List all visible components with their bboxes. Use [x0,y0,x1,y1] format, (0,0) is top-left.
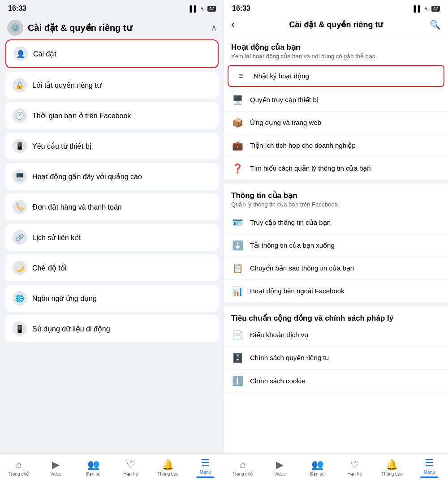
left-status-icons: ▌▌ ∿ 47 [190,5,216,12]
right-item-hoat-dong-ngoai[interactable]: 📊 Hoạt động bên ngoài Facebook [224,280,448,303]
menu-item-lich-su[interactable]: 🔗 Lịch sử liên kết [5,224,219,251]
menu-item-don-dat[interactable]: 🏷️ Đơn đặt hàng và thanh toán [5,193,219,220]
ung-dung-icon: 📦 [231,117,244,128]
left-nav-trang-chu[interactable]: ⌂ Trang chủ [0,459,37,476]
right-label-truy-cap-tt: Truy cập thông tin của bạn [250,219,331,227]
right-nav-thong-bao[interactable]: 🔔 Thông báo [373,459,410,476]
right-item-chinh-sach-ck[interactable]: ℹ️ Chính sách cookie [224,369,448,392]
right-nav-label-video: Video [274,472,285,476]
left-nav-video[interactable]: ▶ Video [37,459,74,476]
left-nav-label-hen-ho: Hẹn hò [123,472,138,476]
right-nav-label-menu: Menu [424,470,435,475]
divider-2 [224,303,448,306]
left-nav-thong-bao[interactable]: 🔔 Thông báo [149,459,186,476]
right-time: 16:33 [232,4,250,13]
gear-icon: ⚙️ [7,20,23,36]
menu-item-thoi-gian[interactable]: 🕐 Thời gian bạn ở trên Facebook [5,102,219,129]
right-signal-icon: ▌▌ [414,5,422,12]
left-nav-menu[interactable]: ☰ Menu [187,457,224,478]
menu-item-che-do[interactable]: 🌙 Chế độ tối [5,254,219,281]
menu-item-hoat-dong[interactable]: 🖥️ Hoạt động gần đây với quảng cáo [5,163,219,190]
menu-label-loi-tat: Lối tắt quyền riêng tư [32,81,101,90]
chuyen-ban-sao-icon: 📋 [231,263,244,274]
right-nav-menu[interactable]: ☰ Menu [411,457,448,478]
right-item-truy-cap-tt[interactable]: 🪪 Truy cập thông tin của bạn [224,211,448,234]
chinh-sach-qr-icon: 🗄️ [231,352,244,363]
menu-icon-loi-tat: 🔒 [13,78,27,92]
menu-icon-yeu-cau: 📱 [13,139,27,153]
section-hoat-dong-subtitle: Xem lại hoạt động của bạn và nội dung có… [224,53,448,63]
right-item-chinh-sach-qr[interactable]: 🗄️ Chính sách quyền riêng tư [224,347,448,369]
menu-icon-che-do: 🌙 [13,261,27,275]
back-icon[interactable]: ‹ [231,19,246,30]
right-item-quyen-truy-cap[interactable]: 🖥️ Quyền truy cập thiết bị [224,89,448,112]
chinh-sach-ck-icon: ℹ️ [231,375,244,386]
search-button[interactable]: 🔍 [426,19,441,30]
right-nav-label-trang-chu: Trang chủ [233,472,253,476]
right-item-dieu-khoan[interactable]: 📄 Điều khoản dịch vụ [224,324,448,347]
section-thong-tin-title: Thông tin của bạn [224,184,448,201]
right-item-tien-ich[interactable]: 💼 Tiện ích tích hợp cho doanh nghiệp [224,134,448,157]
left-nav-label-video: Video [50,472,61,476]
dieu-khoan-icon: 📄 [231,330,244,340]
right-menu-icon: ☰ [425,457,434,469]
section-thong-tin: Thông tin của bạn Quản lý thông tin của … [224,184,448,303]
section-hoat-dong-title: Hoạt động của bạn [224,35,448,53]
menu-icon-thoi-gian: 🕐 [13,108,27,123]
section1-header-left: ⚙️ Cài đặt & quyền riêng tư [7,20,132,36]
dating-icon: ♡ [126,459,135,471]
left-nav-label-trang-chu: Trang chủ [9,472,29,476]
right-item-nhat-ky[interactable]: ≡ Nhật ký hoạt động [228,65,444,87]
menu-icon-hoat-dong: 🖥️ [13,169,27,184]
right-item-ung-dung[interactable]: 📦 Ứng dụng và trang web [224,112,448,134]
right-video-icon: ▶ [276,459,284,471]
left-nav-ban-be[interactable]: 👥 Bạn bè [75,459,112,476]
section1-header[interactable]: ⚙️ Cài đặt & quyền riêng tư ∧ [0,15,224,39]
right-label-chuyen-ban-sao: Chuyển bản sao thông tin của bạn [250,264,354,272]
menu-item-loi-tat[interactable]: 🔒 Lối tắt quyền riêng tư [5,72,219,99]
left-status-bar: 16:33 ▌▌ ∿ 47 [0,0,224,15]
right-item-tai-tt[interactable]: ⬇️ Tải thông tin của bạn xuống [224,234,448,257]
left-panel: 16:33 ▌▌ ∿ 47 ⚙️ Cài đặt & quyền riêng t… [0,0,224,485]
right-nav-ban-be[interactable]: 👥 Bạn bè [299,459,336,476]
right-bottom-nav: ⌂ Trang chủ ▶ Video 👥 Bạn bè ♡ Hẹn hò 🔔 … [224,453,448,485]
divider-1 [224,180,448,184]
menu-item-ngon-ngu[interactable]: 🌐 Ngôn ngữ ứng dụng [5,285,219,312]
left-nav-hen-ho[interactable]: ♡ Hẹn hò [112,459,149,476]
right-nav-label-thong-bao: Thông báo [381,472,403,476]
right-label-tim-hieu: Tìm hiểu cách quản lý thông tin của bạn [250,164,371,172]
left-nav-label-thong-bao: Thông báo [157,472,179,476]
menu-label-thoi-gian: Thời gian bạn ở trên Facebook [32,112,131,120]
right-nav-label-ban-be: Bạn bè [310,472,324,476]
right-label-chinh-sach-ck: Chính sách cookie [250,377,305,385]
menu-icon-cai-dat: 👤 [13,47,28,61]
menu-label-ngon-ngu: Ngôn ngữ ứng dụng [32,294,97,303]
menu-item-yeu-cau[interactable]: 📱 Yêu cầu từ thiết bị [5,133,219,159]
left-menu-list: 👤 Cài đặt 🔒 Lối tắt quyền riêng tư 🕐 Thờ… [0,39,224,460]
left-bottom-nav: ⌂ Trang chủ ▶ Video 👥 Bạn bè ♡ Hẹn hò 🔔 … [0,453,224,485]
video-icon: ▶ [52,459,60,471]
menu-item-cai-dat[interactable]: 👤 Cài đặt [5,39,219,68]
menu-label-su-dung: Sử dụng dữ liệu di động [32,325,110,333]
menu-active-underline [196,476,214,478]
right-item-tim-hieu[interactable]: ❓ Tìm hiểu cách quản lý thông tin của bạ… [224,157,448,180]
right-nav-trang-chu[interactable]: ⌂ Trang chủ [224,459,261,476]
right-status-bar: 16:33 ▌▌ ∿ 47 [224,0,448,15]
tim-hieu-icon: ❓ [231,163,244,174]
right-label-tai-tt: Tải thông tin của bạn xuống [250,241,335,249]
left-nav-label-ban-be: Bạn bè [86,472,100,476]
right-dating-icon: ♡ [350,459,359,471]
menu-icon-don-dat: 🏷️ [13,200,27,214]
left-nav-label-menu: Menu [200,470,211,475]
right-item-chuyen-ban-sao[interactable]: 📋 Chuyển bản sao thông tin của bạn [224,257,448,280]
menu-label-don-dat: Đơn đặt hàng và thanh toán [32,203,122,211]
right-label-tien-ich: Tiện ích tích hợp cho doanh nghiệp [250,142,356,150]
menu-item-su-dung[interactable]: 📱 Sử dụng dữ liệu di động [5,315,219,342]
right-nav-video[interactable]: ▶ Video [261,459,298,476]
section-hoat-dong: Hoạt động của bạn Xem lại hoạt động của … [224,35,448,180]
right-label-dieu-khoan: Điều khoản dịch vụ [250,331,309,339]
section-thong-tin-subtitle: Quản lý thông tin của bạn trên Facebook. [224,201,448,211]
section1-title: Cài đặt & quyền riêng tư [28,22,132,33]
battery-badge: 47 [207,6,216,12]
right-nav-hen-ho[interactable]: ♡ Hẹn hò [336,459,373,476]
